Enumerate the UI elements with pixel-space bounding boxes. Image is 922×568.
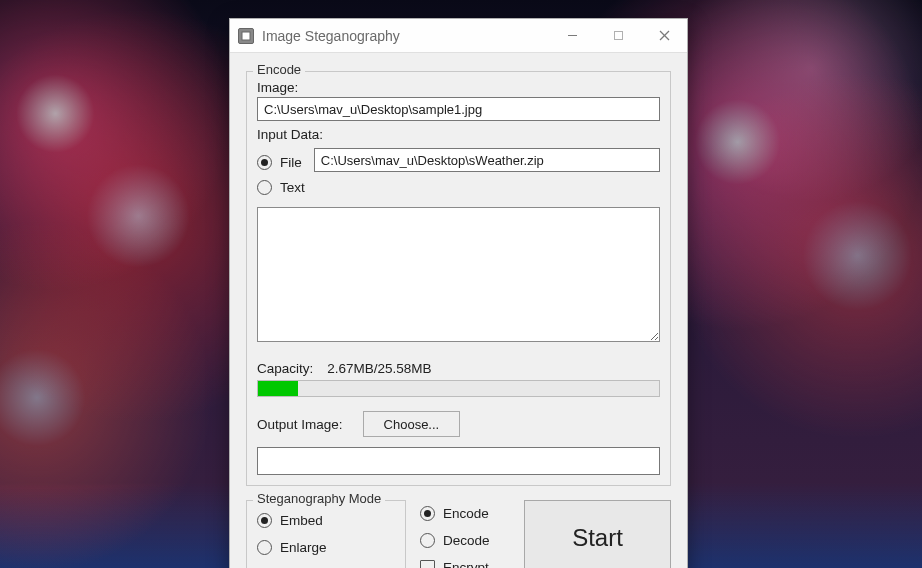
radio-icon: [257, 513, 272, 528]
app-window: Image Steganography Encode Image: Input …: [229, 18, 688, 568]
minimize-icon: [567, 30, 578, 41]
radio-icon: [257, 540, 272, 555]
output-path-input[interactable]: [257, 447, 660, 475]
image-label: Image:: [257, 80, 660, 95]
decode-radio-label: Decode: [443, 533, 490, 548]
file-radio-label: File: [280, 155, 302, 170]
close-button[interactable]: [641, 19, 687, 52]
enlarge-radio-label: Enlarge: [280, 540, 327, 555]
capacity-progress: [257, 380, 660, 397]
radio-icon: [420, 506, 435, 521]
image-path-input[interactable]: [257, 97, 660, 121]
minimize-button[interactable]: [549, 19, 595, 52]
radio-icon: [420, 533, 435, 548]
embed-radio-option[interactable]: Embed: [257, 513, 393, 528]
output-image-label: Output Image:: [257, 417, 343, 432]
capacity-progress-fill: [258, 381, 298, 396]
text-radio-option[interactable]: Text: [257, 180, 660, 195]
capacity-label: Capacity:: [257, 361, 313, 376]
choose-button[interactable]: Choose...: [363, 411, 461, 437]
action-column: Encode Decode Encrypt: [420, 500, 510, 568]
client-area: Encode Image: Input Data: File Text Capa…: [230, 53, 687, 568]
maximize-button[interactable]: [595, 19, 641, 52]
input-data-label: Input Data:: [257, 127, 660, 142]
text-data-textarea[interactable]: [257, 207, 660, 342]
svg-rect-2: [614, 32, 622, 40]
encode-radio-label: Encode: [443, 506, 489, 521]
encrypt-checkbox-label: Encrypt: [443, 560, 489, 568]
encrypt-checkbox-option[interactable]: Encrypt: [420, 560, 510, 568]
radio-icon: [257, 155, 272, 170]
checkbox-icon: [420, 560, 435, 568]
titlebar[interactable]: Image Steganography: [230, 19, 687, 53]
encode-radio-option[interactable]: Encode: [420, 506, 510, 521]
radio-icon: [257, 180, 272, 195]
enlarge-radio-option[interactable]: Enlarge: [257, 540, 393, 555]
encode-group-label: Encode: [253, 62, 305, 77]
start-button[interactable]: Start: [524, 500, 671, 568]
file-path-input[interactable]: [314, 148, 660, 172]
mode-group-label: Steganography Mode: [253, 491, 385, 506]
app-icon: [238, 28, 254, 44]
steganography-mode-group: Steganography Mode Embed Enlarge: [246, 500, 406, 568]
embed-radio-label: Embed: [280, 513, 323, 528]
decode-radio-option[interactable]: Decode: [420, 533, 510, 548]
maximize-icon: [613, 30, 624, 41]
close-icon: [659, 30, 670, 41]
text-radio-label: Text: [280, 180, 305, 195]
svg-rect-0: [242, 32, 250, 40]
window-title: Image Steganography: [262, 28, 549, 44]
encode-group: Encode Image: Input Data: File Text Capa…: [246, 71, 671, 486]
capacity-value: 2.67MB/25.58MB: [327, 361, 431, 376]
file-radio-option[interactable]: File: [257, 155, 302, 170]
